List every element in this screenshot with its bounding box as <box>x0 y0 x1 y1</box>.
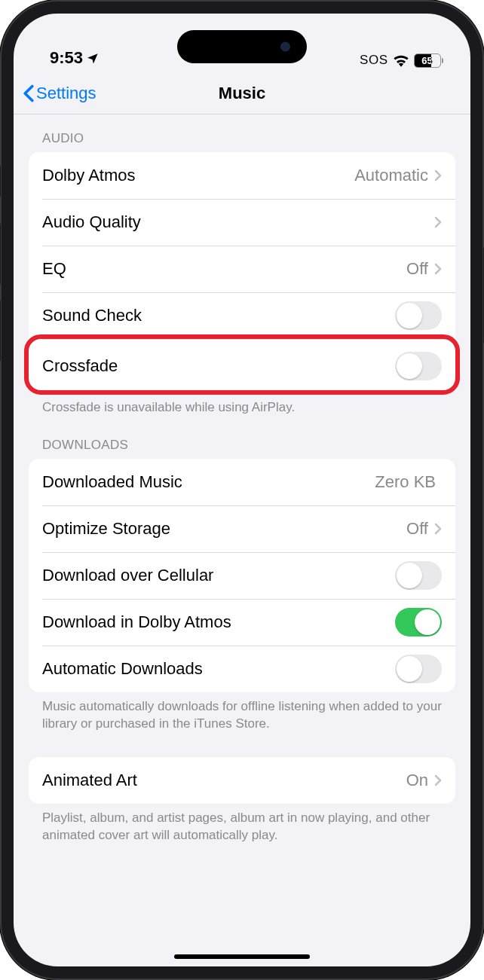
chevron-right-icon <box>434 216 442 228</box>
cell-label: Sound Check <box>42 306 395 325</box>
cell-animated-art[interactable]: Animated Art On <box>29 757 455 804</box>
cell-label: Downloaded Music <box>42 472 375 492</box>
animated-art-footer: Playlist, album, and artist pages, album… <box>29 804 455 875</box>
automatic-downloads-toggle[interactable] <box>395 655 442 683</box>
cell-value: Off <box>406 519 428 539</box>
phone-frame: 9:53 SOS 65 <box>0 0 484 980</box>
cell-eq[interactable]: EQ Off <box>29 246 455 292</box>
downloads-footer: Music automatically downloads for offlin… <box>29 692 455 733</box>
status-time: 9:53 <box>50 48 83 68</box>
cell-label: Automatic Downloads <box>42 659 395 679</box>
dynamic-island <box>177 30 307 63</box>
cell-label: Crossfade <box>42 356 395 376</box>
cell-download-dolby[interactable]: Download in Dolby Atmos <box>29 599 455 646</box>
nav-bar: Settings Music <box>14 72 470 114</box>
chevron-right-icon <box>434 523 442 535</box>
cell-dolby-atmos[interactable]: Dolby Atmos Automatic <box>29 152 455 199</box>
back-button[interactable]: Settings <box>23 84 96 103</box>
cell-label: Optimize Storage <box>42 519 406 539</box>
chevron-right-icon <box>434 774 442 786</box>
cell-sound-check[interactable]: Sound Check <box>29 292 455 339</box>
download-cellular-toggle[interactable] <box>395 561 442 590</box>
sound-check-toggle[interactable] <box>395 301 442 330</box>
crossfade-toggle[interactable] <box>395 352 442 380</box>
cell-downloaded-music[interactable]: Downloaded Music Zero KB <box>29 459 455 505</box>
cell-automatic-downloads[interactable]: Automatic Downloads <box>29 646 455 692</box>
cell-value: On <box>406 771 428 790</box>
cell-value: Automatic <box>354 166 428 185</box>
audio-footer: Crossfade is unavailable while using Air… <box>29 393 455 417</box>
settings-content[interactable]: AUDIO Dolby Atmos Automatic Audio Qualit… <box>14 114 470 966</box>
cell-label: Dolby Atmos <box>42 166 354 185</box>
cell-download-cellular[interactable]: Download over Cellular <box>29 552 455 599</box>
cell-value: Off <box>406 259 428 279</box>
section-header-downloads: DOWNLOADS <box>29 417 455 459</box>
chevron-right-icon <box>434 169 442 182</box>
location-icon <box>86 52 99 65</box>
battery-indicator: 65 <box>414 53 444 68</box>
cell-audio-quality[interactable]: Audio Quality <box>29 199 455 246</box>
cell-label: EQ <box>42 259 406 279</box>
cell-label: Audio Quality <box>42 212 434 232</box>
cell-value: Zero KB <box>375 472 436 492</box>
screen: 9:53 SOS 65 <box>14 14 470 966</box>
animated-art-group: Animated Art On <box>29 757 455 804</box>
audio-group: Dolby Atmos Automatic Audio Quality EQ O… <box>29 152 455 393</box>
home-indicator[interactable] <box>174 954 310 959</box>
chevron-left-icon <box>23 84 35 102</box>
cell-crossfade[interactable]: Crossfade <box>29 339 455 393</box>
download-dolby-toggle[interactable] <box>395 608 442 637</box>
section-header-audio: AUDIO <box>29 114 455 152</box>
ringer-switch <box>0 166 1 197</box>
sos-indicator: SOS <box>360 53 388 68</box>
wifi-icon <box>393 54 409 67</box>
downloads-group: Downloaded Music Zero KB Optimize Storag… <box>29 459 455 692</box>
chevron-right-icon <box>434 263 442 275</box>
cell-label: Animated Art <box>42 771 406 790</box>
cell-label: Download over Cellular <box>42 566 395 585</box>
volume-down-button <box>0 300 1 362</box>
cell-optimize-storage[interactable]: Optimize Storage Off <box>29 505 455 552</box>
volume-up-button <box>0 223 1 285</box>
back-label: Settings <box>36 84 96 103</box>
cell-label: Download in Dolby Atmos <box>42 612 395 632</box>
